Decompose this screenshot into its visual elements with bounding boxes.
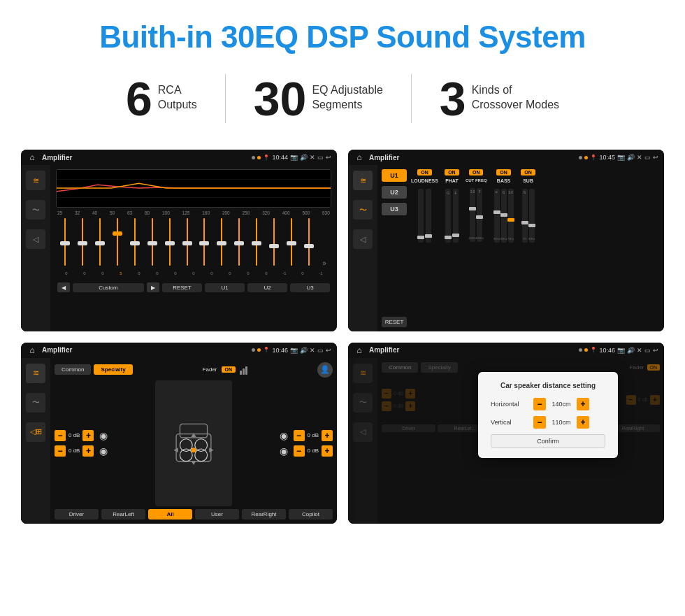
cross-reset-btn[interactable]: RESET (382, 317, 407, 327)
vertical-plus-btn[interactable]: + (577, 416, 589, 429)
back-icon-4[interactable]: ↩ (653, 347, 658, 354)
cross-u3-btn[interactable]: U3 (382, 203, 407, 215)
status-bar-2: ⌂ Amplifier 📍 10:45 📷 🔊 ✕ ▭ ↩ (348, 150, 664, 165)
cross-wave-btn[interactable]: 〜 (353, 200, 373, 220)
phat-on[interactable]: ON (445, 169, 459, 176)
home-icon-2[interactable]: ⌂ (354, 152, 365, 163)
bass-on[interactable]: ON (496, 169, 511, 176)
horizontal-minus-btn[interactable]: − (533, 398, 546, 410)
tab-common[interactable]: Common (55, 364, 91, 375)
eq-slider-11[interactable] (231, 218, 247, 267)
eq-slider-8[interactable] (180, 218, 195, 267)
dot-3 (579, 156, 582, 159)
sub-on[interactable]: ON (521, 169, 535, 176)
spk-bl-plus[interactable]: + (82, 445, 94, 457)
screen4-title: Amplifier (369, 346, 575, 354)
spk-br-minus[interactable]: − (294, 445, 305, 457)
cross-eq-btn[interactable]: ≋ (353, 171, 373, 190)
cutfreq-on[interactable]: ON (469, 169, 484, 176)
spk-copilot-btn[interactable]: Copilot (289, 509, 333, 520)
cross-u-buttons: U1 U2 U3 RESET (382, 169, 407, 327)
cutfreq-label: CUT FREQ (466, 178, 487, 182)
spk-bottom-buttons: Driver RearLeft All User RearRight Copil… (55, 509, 333, 520)
spk-wave-btn[interactable]: 〜 (26, 393, 45, 413)
close-icon-2: ✕ (637, 154, 642, 161)
dot-1 (252, 156, 255, 159)
spk-vol-btn[interactable]: ◁⊞ (26, 422, 45, 442)
eq-slider-12[interactable] (249, 218, 264, 267)
back-icon-1[interactable]: ↩ (326, 154, 331, 161)
freq-50: 50 (110, 210, 115, 215)
eq-slider-13[interactable] (266, 218, 282, 267)
spk-br-plus[interactable]: + (322, 445, 333, 457)
eq-slider-4[interactable] (110, 218, 125, 267)
spk-tl-plus[interactable]: + (82, 430, 94, 441)
back-icon-3[interactable]: ↩ (326, 347, 331, 354)
home-icon-1[interactable]: ⌂ (27, 152, 38, 163)
eq-mode-btn[interactable]: ≋ (26, 171, 45, 190)
spk-grid: − 0 dB + ◉ − 0 dB + ◉ (55, 380, 333, 507)
spk-rearleft-btn[interactable]: RearLeft (101, 509, 145, 520)
status-icons-2: 📍 10:45 📷 🔊 ✕ ▭ ↩ (579, 154, 658, 161)
fader-on-badge[interactable]: ON (222, 366, 236, 373)
spk-tr-minus[interactable]: − (294, 430, 305, 441)
spk-user-btn[interactable]: User (195, 509, 239, 520)
time-3: 10:46 (272, 347, 288, 354)
eq-slider-3[interactable] (92, 218, 108, 267)
eq-more-icon[interactable]: » (319, 259, 330, 267)
horizontal-plus-btn[interactable]: + (577, 398, 589, 410)
val-8: 0 (203, 271, 221, 275)
eq-slider-5[interactable] (127, 218, 143, 267)
eq-slider-10[interactable] (214, 218, 229, 267)
home-icon-4[interactable]: ⌂ (354, 345, 365, 356)
spk-tl-minus[interactable]: − (55, 430, 66, 441)
eq-custom-btn[interactable]: Custom (73, 283, 144, 292)
eq-slider-7[interactable] (162, 218, 178, 267)
eq-u1-btn[interactable]: U1 (205, 283, 245, 292)
loudness-on[interactable]: ON (417, 169, 432, 176)
spk-bl-minus[interactable]: − (55, 445, 66, 457)
eq-reset-btn[interactable]: RESET (162, 283, 202, 292)
screen-distance: ⌂ Amplifier 📍 10:46 📷 🔊 ✕ ▭ ↩ ≋ 〜 ◁ (348, 343, 664, 524)
cross-vol-btn[interactable]: ◁ (353, 229, 373, 249)
cross-u2-btn[interactable]: U2 (382, 186, 407, 199)
confirm-button[interactable]: Confirm (491, 434, 605, 448)
spk-tr-val: 0 dB (308, 432, 319, 438)
eq-slider-2[interactable] (75, 218, 90, 267)
eq-slider-1[interactable] (57, 218, 73, 267)
eq-slider-9[interactable] (197, 218, 212, 267)
back-icon-2[interactable]: ↩ (653, 154, 658, 161)
eq-vol-btn[interactable]: ◁ (26, 229, 45, 249)
person-icon[interactable]: 👤 (317, 362, 333, 378)
home-icon-3[interactable]: ⌂ (27, 345, 38, 356)
eq-next-btn[interactable]: ▶ (147, 282, 159, 292)
bass-label: BASS (497, 178, 510, 183)
vertical-minus-btn[interactable]: − (533, 416, 546, 429)
car-svg (166, 415, 222, 471)
eq-u2-btn[interactable]: U2 (247, 283, 287, 292)
eq-u3-btn[interactable]: U3 (290, 283, 330, 292)
val-13: 0 (294, 271, 312, 275)
fader-bar-1 (240, 371, 242, 375)
eq-wave-btn[interactable]: 〜 (26, 200, 45, 220)
minimize-icon-4: ▭ (644, 347, 651, 354)
eq-slider-14[interactable] (284, 218, 299, 267)
screen-speaker: ⌂ Amplifier 📍 10:46 📷 🔊 ✕ ▭ ↩ ≋ 〜 ◁⊞ (21, 343, 337, 524)
spk-rearright-btn[interactable]: RearRight (242, 509, 286, 520)
tab-specialty[interactable]: Specialty (94, 364, 132, 375)
freq-32: 32 (75, 210, 80, 215)
status-icons-3: 📍 10:46 📷 🔊 ✕ ▭ ↩ (252, 347, 331, 354)
eq-prev-btn[interactable]: ◀ (57, 282, 70, 292)
spk-driver-btn[interactable]: Driver (55, 509, 99, 520)
spk-tl-val: 0 dB (68, 432, 80, 438)
eq-slider-6[interactable] (145, 218, 160, 267)
screen-crossover: ⌂ Amplifier 📍 10:45 📷 🔊 ✕ ▭ ↩ ≋ 〜 ◁ (348, 150, 664, 331)
spk-all-btn[interactable]: All (148, 509, 192, 520)
eq-slider-15[interactable] (301, 218, 317, 267)
cross-u1-btn[interactable]: U1 (382, 169, 407, 182)
spk-tabs: Common Specialty (55, 364, 133, 375)
spk-eq-btn[interactable]: ≋ (26, 364, 45, 383)
spk-tr-plus[interactable]: + (322, 430, 333, 441)
screens-grid: ⌂ Amplifier 📍 10:44 📷 🔊 ✕ ▭ ↩ ≋ 〜 ◁ (0, 143, 685, 545)
time-1: 10:44 (272, 154, 288, 161)
